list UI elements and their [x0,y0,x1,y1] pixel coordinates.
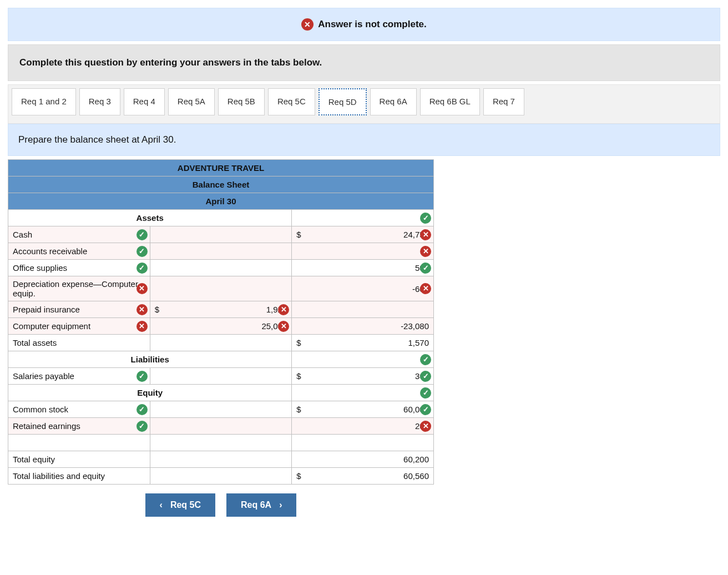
row-label[interactable]: Accounts receivable✓ [8,243,150,260]
x-icon: ✕ [420,229,431,240]
row-label[interactable]: Common stock✓ [8,401,150,418]
row-label[interactable]: Office supplies✓ [8,260,150,276]
prev-button-label: Req 5C [170,500,201,510]
chevron-right-icon: › [279,500,282,510]
x-icon: ✕ [136,321,148,332]
row-mid-value[interactable] [150,401,292,418]
check-icon: ✓ [136,229,148,240]
tab-req-6b-gl[interactable]: Req 6B GL [420,88,480,115]
tab-row: Req 1 and 2Req 3Req 4Req 5AReq 5BReq 5CR… [8,84,720,124]
row-mid-value[interactable]: $1,920✕ [150,301,292,318]
row-value[interactable]: 60,200 [292,451,434,468]
row-mid-value[interactable] [150,451,292,468]
row-mid-value[interactable] [150,276,292,301]
row-mid-value[interactable] [150,468,292,485]
check-icon: ✓ [136,371,148,382]
row-value[interactable]: -600✕ [292,276,434,301]
row-mid-value[interactable] [150,418,292,435]
section-header: Equity [8,385,292,401]
row-label[interactable]: Salaries payable✓ [8,368,150,385]
row-value[interactable]: $24,750✕ [292,226,434,243]
tab-req-5c[interactable]: Req 5C [268,88,315,115]
x-icon: ✕ [136,283,148,294]
check-icon: ✓ [420,387,431,399]
next-button-label: Req 6A [241,500,271,510]
check-icon: ✓ [420,371,431,382]
x-icon: ✕ [420,246,431,257]
tab-req-1-and-2[interactable]: Req 1 and 2 [12,88,76,115]
row-value[interactable] [292,301,434,318]
check-icon: ✓ [420,354,431,365]
question-prompt: Prepare the balance sheet at April 30. [8,124,720,156]
tab-req-3[interactable]: Req 3 [79,88,120,115]
row-mid-value[interactable] [150,260,292,276]
nav-buttons: ‹ Req 5C Req 6A › [8,493,434,517]
instruction-bar: Complete this question by entering your … [8,44,720,81]
row-mid-value[interactable] [150,335,292,351]
tab-req-4[interactable]: Req 4 [124,88,165,115]
title-header: Balance Sheet [8,176,434,193]
check-icon: ✓ [136,263,148,274]
chevron-left-icon: ‹ [160,500,163,510]
row-value[interactable]: $1,570 [292,335,434,351]
tab-req-5b[interactable]: Req 5B [218,88,265,115]
row-value[interactable]: -23,080 [292,318,434,335]
row-label[interactable]: Retained earnings✓ [8,418,150,435]
row-mid-value[interactable] [150,226,292,243]
row-label[interactable]: Total assets [8,335,150,351]
row-label[interactable]: Prepaid insurance✕ [8,301,150,318]
check-icon: ✓ [420,213,431,224]
x-icon: ✕ [420,421,431,432]
check-icon: ✓ [420,404,431,415]
row-mid-value[interactable] [150,435,292,451]
balance-sheet-table: ADVENTURE TRAVELBalance SheetApril 30Ass… [8,159,434,485]
row-value[interactable] [292,435,434,451]
section-header: Liabilities [8,351,292,368]
row-label[interactable]: Total liabilities and equity [8,468,150,485]
row-mid-value[interactable]: 25,000✕ [150,318,292,335]
tab-req-5a[interactable]: Req 5A [168,88,215,115]
x-icon: ✕ [278,321,289,332]
row-mid-value[interactable] [150,243,292,260]
row-value[interactable]: $60,000✓ [292,401,434,418]
check-icon: ✓ [136,421,148,432]
x-icon: ✕ [301,18,314,31]
tab-req-7[interactable]: Req 7 [483,88,524,115]
status-banner-text: Answer is not complete. [318,19,427,30]
section-header: Assets [8,210,292,226]
tab-req-6a[interactable]: Req 6A [370,88,417,115]
x-icon: ✕ [278,304,289,315]
company-header: ADVENTURE TRAVEL [8,160,434,176]
date-header: April 30 [8,193,434,210]
x-icon: ✕ [420,283,431,294]
row-value[interactable]: 500✓ [292,260,434,276]
row-label[interactable]: Depreciation expense—Computer equip.✕ [8,276,150,301]
check-icon: ✓ [136,246,148,257]
row-mid-value[interactable] [150,368,292,385]
row-label[interactable]: Cash✓ [8,226,150,243]
row-value[interactable]: $60,560 [292,468,434,485]
prev-button[interactable]: ‹ Req 5C [145,493,215,517]
row-label[interactable]: Total equity [8,451,150,468]
row-value[interactable]: 0✕ [292,243,434,260]
row-label[interactable]: Computer equipment✕ [8,318,150,335]
check-icon: ✓ [136,404,148,415]
next-button[interactable]: Req 6A › [226,493,296,517]
row-label[interactable] [8,435,150,451]
x-icon: ✕ [136,304,148,315]
status-banner: ✕ Answer is not complete. [8,8,720,41]
tab-req-5d[interactable]: Req 5D [318,88,367,115]
row-value[interactable]: $360✓ [292,368,434,385]
row-value[interactable]: 200✕ [292,418,434,435]
check-icon: ✓ [420,263,431,274]
